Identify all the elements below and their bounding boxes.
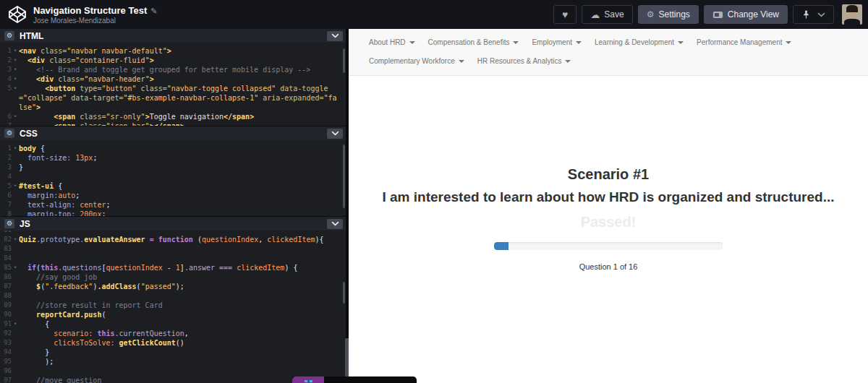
codepen-logo-icon[interactable] [7, 4, 27, 25]
code-line[interactable]: 92 scenario: this.currentQuestion, [0, 329, 346, 338]
preview-nav-item[interactable]: Employment [532, 33, 582, 52]
code-line[interactable]: 83 [0, 244, 346, 254]
code-line[interactable]: 6▾ <span class="sr-only">Toggle navigati… [0, 112, 346, 121]
code-line[interactable]: 96 [0, 366, 346, 376]
settings-button[interactable]: ⚙Settings [638, 5, 699, 24]
code-line[interactable]: 90 reportCard.push( [0, 310, 346, 319]
bottom-toast[interactable] [292, 376, 417, 383]
preview-nav-item[interactable]: HR Resources & Analytics [477, 52, 571, 71]
code-line[interactable]: 4▾ <div class="navbar-header"> [0, 74, 346, 84]
html-collapse-button[interactable] [327, 31, 343, 41]
progress-label: Question 1 of 16 [349, 262, 868, 271]
cloud-icon: ☁ [590, 10, 600, 20]
html-settings-gear-icon[interactable]: ⚙ [4, 31, 14, 40]
js-settings-gear-icon[interactable]: ⚙ [4, 219, 14, 228]
js-panel-title: JS [20, 219, 30, 229]
avatar[interactable] [842, 4, 862, 25]
code-line[interactable]: 6 margin:auto; [0, 191, 346, 200]
css-scrollbar[interactable] [343, 145, 345, 208]
code-line[interactable]: 5▾#test-ui { [0, 181, 346, 191]
code-line[interactable]: 4 [0, 172, 346, 181]
love-button[interactable]: ♥ [553, 5, 576, 24]
code-line[interactable]: 94 } [0, 348, 346, 357]
pin-button-group[interactable] [793, 5, 834, 24]
js-code-editor[interactable]: 8182▾Quiz.prototype.evaluateAnswer = fun… [0, 231, 346, 383]
preview-nav-item[interactable]: Performance Management [697, 33, 791, 52]
chevron-down-icon [817, 12, 825, 17]
js-scrollbar[interactable] [343, 282, 345, 304]
preview-nav-item[interactable]: About HRD [369, 33, 415, 52]
preview-nav-item[interactable]: Learning & Development [595, 33, 684, 52]
code-line[interactable]: 1▾body { [0, 144, 346, 153]
css-code-editor[interactable]: 1▾body {2 font-size: 13px;3}45▾#test-ui … [0, 140, 346, 216]
code-line[interactable]: 8 margin-top: 200px; [0, 210, 346, 216]
js-panel-header: ⚙ JS [0, 217, 346, 231]
code-line[interactable]: 3▾ <!-- Brand and toggle get grouped for… [0, 65, 346, 74]
editor-column: ⚙ HTML 1▾<nav class="navbar navbar-defau… [0, 29, 346, 383]
code-line[interactable]: 84 [0, 254, 346, 263]
code-line[interactable]: 86 //say good job [0, 272, 346, 282]
code-line[interactable]: 95 ); [0, 357, 346, 366]
caret-down-icon [678, 41, 684, 44]
code-line[interactable]: 89 //store result in report Card [0, 301, 346, 310]
css-panel: ⚙ CSS 1▾body {2 font-size: 13px;3}45▾#te… [0, 126, 346, 216]
code-line[interactable]: 87 $(".feedback").addClass("passed"); [0, 282, 346, 291]
code-line[interactable]: 2▾ <div class="container-fluid"> [0, 56, 346, 65]
code-line[interactable]: 1▾<nav class="navbar navbar-default"> [0, 46, 346, 56]
css-panel-header: ⚙ CSS [0, 126, 346, 140]
code-line[interactable]: 5▾ <button type="button" class="navbar-t… [0, 84, 346, 112]
toast-badge [292, 376, 324, 383]
caret-down-icon [459, 60, 464, 63]
code-line[interactable]: 82▾Quiz.prototype.evaluateAnswer = funct… [0, 235, 346, 244]
preview-nav-item[interactable]: Compensation & Benefits [428, 33, 519, 52]
preview-navbar: About HRDCompensation & BenefitsEmployme… [349, 29, 868, 76]
code-line[interactable]: 3} [0, 163, 346, 172]
question-text: I am interested to learn about how HRD i… [349, 189, 868, 205]
caret-down-icon [786, 41, 791, 44]
caret-down-icon [409, 41, 415, 44]
pen-title: Navigation Structure Test [33, 5, 147, 16]
chevron-down-icon [331, 33, 339, 38]
js-panel: ⚙ JS 8182▾Quiz.prototype.evaluateAnswer … [0, 216, 346, 383]
caret-down-icon [513, 41, 519, 44]
chevron-down-icon [331, 131, 339, 136]
code-line[interactable]: 88 [0, 291, 346, 301]
html-panel: ⚙ HTML 1▾<nav class="navbar navbar-defau… [0, 29, 346, 126]
change-view-button[interactable]: Change View [704, 5, 788, 24]
css-settings-gear-icon[interactable]: ⚙ [4, 129, 14, 138]
gear-icon: ⚙ [647, 10, 655, 19]
pen-title-block: Navigation Structure Test✎ Jose Morales-… [33, 4, 157, 25]
caret-down-icon [576, 41, 582, 44]
code-line[interactable]: 7 text-align: center; [0, 200, 346, 210]
heart-icon: ♥ [562, 9, 568, 20]
save-button[interactable]: ☁Save [582, 5, 632, 24]
scenario-title: Scenario #1 [349, 166, 868, 183]
code-line[interactable]: 91▾ { [0, 319, 346, 329]
html-scrollbar[interactable] [343, 48, 345, 73]
edit-pencil-icon[interactable]: ✎ [150, 7, 157, 15]
html-panel-header: ⚙ HTML [0, 29, 346, 43]
preview-pane: About HRDCompensation & BenefitsEmployme… [349, 29, 868, 383]
screen-icon [712, 11, 723, 19]
code-line[interactable]: 85▾ if(this.questions[questionIndex - 1]… [0, 263, 346, 272]
change-view-label: Change View [728, 9, 779, 20]
progress-bar [494, 242, 723, 250]
code-line[interactable]: 2 font-size: 13px; [0, 153, 346, 163]
progress-fill [494, 242, 509, 250]
html-code-editor[interactable]: 1▾<nav class="navbar navbar-default">2▾ … [0, 43, 346, 126]
header-actions: ♥ ☁Save ⚙Settings Change View [553, 4, 862, 25]
save-label: Save [604, 9, 624, 20]
preview-nav-item[interactable]: Complementary Workforce [369, 52, 464, 71]
app-header: Navigation Structure Test✎ Jose Morales-… [0, 0, 868, 29]
code-line[interactable]: 7 <span class="icon-bar"></span> [0, 121, 346, 126]
caret-down-icon [565, 60, 571, 63]
js-collapse-button[interactable] [327, 219, 343, 229]
css-panel-title: CSS [20, 129, 38, 139]
code-line[interactable]: 93 clicksToSolve: getClickCount() [0, 338, 346, 348]
chevron-down-icon [331, 221, 339, 226]
feedback-text: Passed! [349, 214, 868, 231]
settings-label: Settings [658, 9, 689, 20]
pen-author: Jose Morales-Mendizabal [33, 17, 157, 25]
css-collapse-button[interactable] [327, 129, 343, 139]
html-panel-title: HTML [20, 31, 43, 41]
